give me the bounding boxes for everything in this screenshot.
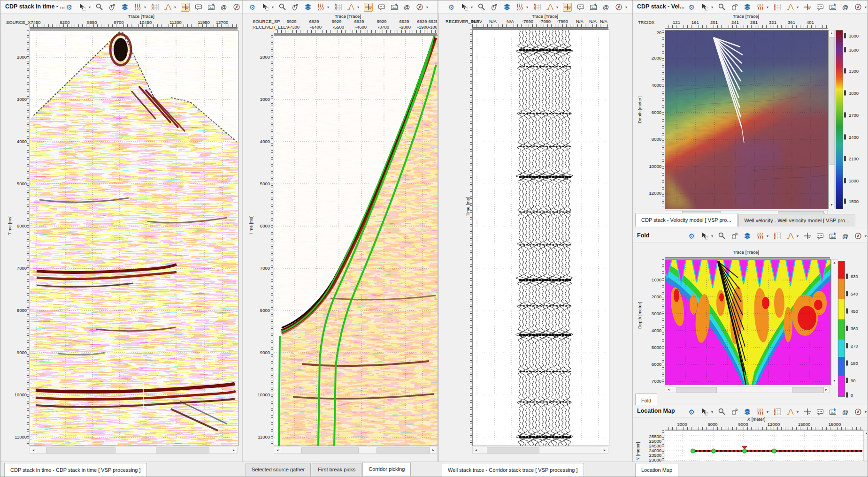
settings-gear-icon[interactable]: ⚙ [688, 3, 696, 11]
select-mode-icon[interactable] [78, 3, 86, 11]
dropdown-caret-icon[interactable]: ▾ [767, 5, 768, 9]
spectrum-icon[interactable] [786, 232, 794, 240]
wiggle-display-icon[interactable] [756, 3, 764, 11]
wiggle-grid-icon[interactable] [151, 3, 159, 11]
zoom-icon[interactable] [95, 3, 103, 11]
scroll-down-icon[interactable]: ▾ [829, 202, 834, 208]
dropdown-caret-icon[interactable]: ▾ [711, 234, 713, 238]
export-image-icon[interactable] [829, 232, 837, 240]
wiggle-display-icon[interactable] [133, 3, 141, 11]
settings-gear-icon[interactable]: ⚙ [248, 3, 256, 11]
dropdown-caret-icon[interactable]: ▾ [797, 5, 799, 9]
zoom-icon[interactable] [718, 408, 726, 416]
comment-icon[interactable] [377, 3, 385, 11]
dropdown-caret-icon[interactable]: ▾ [625, 5, 627, 9]
select-mode-icon[interactable] [700, 3, 708, 11]
scroll-right-icon[interactable]: ▸ [601, 447, 608, 453]
panel-divider[interactable] [438, 0, 439, 477]
dropdown-caret-icon[interactable]: ▾ [144, 5, 146, 9]
settings-gear-icon[interactable]: ⚙ [447, 3, 455, 11]
p2-h-scrollbar[interactable]: ◂▸ [274, 447, 437, 454]
annotation-icon[interactable]: @ [841, 408, 849, 416]
p4-v-scrollbar[interactable]: ▴▾ [829, 30, 835, 208]
layers-icon[interactable] [503, 3, 511, 11]
p4-velocity-image[interactable] [665, 30, 829, 209]
dropdown-caret-icon[interactable]: ▾ [426, 5, 428, 9]
compass-icon[interactable] [854, 408, 862, 416]
crosshair-pick-icon[interactable] [181, 3, 190, 12]
p3-trace-image[interactable] [472, 30, 609, 446]
wiggle-grid-icon[interactable] [773, 3, 781, 11]
export-image-icon[interactable] [829, 408, 837, 416]
comment-icon[interactable] [816, 408, 824, 416]
wiggle-display-icon[interactable] [515, 3, 523, 11]
dropdown-caret-icon[interactable]: ▾ [797, 234, 799, 238]
layers-icon[interactable] [743, 3, 751, 11]
export-image-icon[interactable] [829, 3, 837, 11]
dropdown-caret-icon[interactable]: ▾ [711, 410, 713, 414]
zoom-icon[interactable] [718, 3, 726, 11]
panel-divider[interactable] [242, 0, 243, 477]
p1-zoom-bar[interactable] [30, 28, 238, 30]
p5-h-scrollbar[interactable]: ◂▸ [665, 386, 830, 393]
dropdown-caret-icon[interactable]: ▾ [767, 234, 768, 238]
wiggle-grid-icon[interactable] [334, 3, 342, 11]
wiggle-grid-icon[interactable] [773, 232, 781, 240]
dropdown-caret-icon[interactable]: ▾ [272, 5, 274, 9]
scroll-down-icon[interactable]: ▾ [832, 378, 837, 384]
comment-icon[interactable] [194, 3, 202, 11]
dropdown-caret-icon[interactable]: ▾ [767, 410, 768, 414]
dropdown-caret-icon[interactable]: ▾ [865, 234, 867, 238]
scroll-right-icon[interactable]: ▸ [230, 447, 237, 453]
annotation-icon[interactable]: @ [841, 3, 849, 11]
annotation-icon[interactable]: @ [602, 3, 610, 11]
settings-gear-icon[interactable]: ⚙ [688, 232, 696, 240]
scroll-right-icon[interactable]: ▸ [430, 447, 437, 453]
dropdown-caret-icon[interactable]: ▾ [865, 5, 867, 9]
comment-icon[interactable] [816, 232, 824, 240]
tab-well-stack-trace[interactable]: Well stack trace - Corridor stack trace … [442, 463, 584, 477]
dropdown-caret-icon[interactable]: ▾ [357, 5, 359, 9]
crosshair-pick-icon[interactable] [803, 3, 811, 11]
p1-h-scrollbar[interactable]: ◂▸ [30, 447, 238, 454]
wiggle-display-icon[interactable] [756, 408, 764, 416]
p1-seismic-image[interactable] [30, 30, 238, 446]
spectrum-icon[interactable] [786, 3, 794, 11]
dropdown-caret-icon[interactable]: ▾ [797, 410, 799, 414]
comment-icon[interactable] [576, 3, 584, 11]
mouse-pick-icon[interactable] [730, 408, 738, 416]
compass-icon[interactable] [854, 232, 862, 240]
tab-first-break-picks[interactable]: First break picks [312, 463, 361, 476]
layers-icon[interactable] [304, 3, 312, 11]
annotation-icon[interactable]: @ [403, 3, 411, 11]
wiggle-grid-icon[interactable] [533, 3, 541, 11]
settings-gear-icon[interactable]: ⚙ [65, 3, 73, 11]
spectrum-icon[interactable] [545, 3, 553, 11]
annotation-icon[interactable]: @ [841, 232, 849, 240]
layers-icon[interactable] [121, 3, 129, 11]
p5-fold-image[interactable] [665, 259, 831, 385]
tab-velocity-model[interactable]: CDP stack - Velocity model [ VSP pro... [635, 213, 737, 227]
dropdown-caret-icon[interactable]: ▾ [327, 5, 329, 9]
spectrum-icon[interactable] [346, 3, 354, 11]
wiggle-grid-icon[interactable] [773, 408, 781, 416]
dropdown-caret-icon[interactable]: ▾ [174, 5, 176, 9]
dropdown-caret-icon[interactable]: ▾ [556, 5, 558, 9]
dropdown-caret-icon[interactable]: ▾ [89, 5, 91, 9]
compass-icon[interactable] [232, 3, 240, 11]
mouse-pick-icon[interactable] [291, 3, 299, 11]
p2-gather-image[interactable] [274, 35, 438, 446]
zoom-icon[interactable] [278, 3, 286, 11]
scroll-up-icon[interactable]: ▴ [832, 260, 837, 265]
zoom-icon[interactable] [718, 232, 726, 240]
layers-icon[interactable] [743, 408, 751, 416]
scroll-up-icon[interactable]: ▴ [864, 431, 868, 436]
p6-map-image[interactable] [665, 430, 864, 462]
scroll-left-icon[interactable]: ◂ [30, 447, 37, 453]
tab-well-velocity[interactable]: Well velocity - Well velocity model [ VS… [738, 214, 856, 227]
settings-gear-icon[interactable]: ⚙ [688, 408, 696, 416]
select-mode-icon[interactable] [700, 232, 708, 240]
select-mode-icon[interactable] [700, 408, 708, 416]
mouse-pick-icon[interactable] [108, 3, 116, 11]
compass-icon[interactable] [415, 3, 423, 11]
